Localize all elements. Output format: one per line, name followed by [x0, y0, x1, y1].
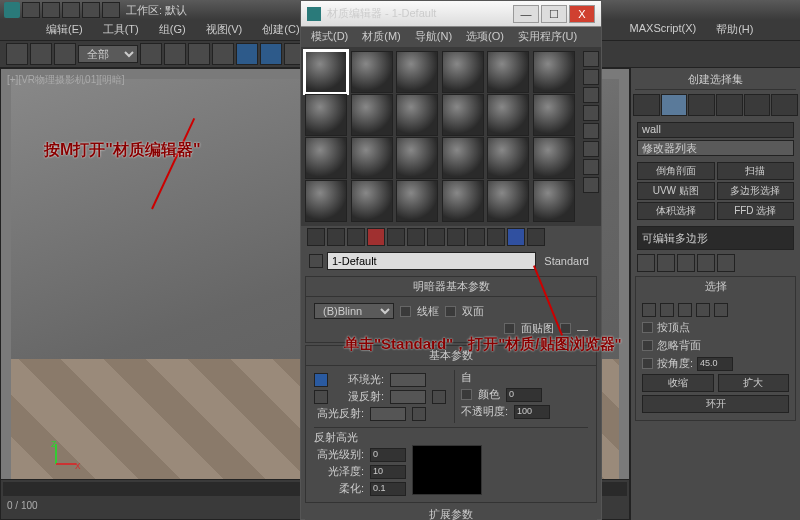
extended-rollout-header[interactable]: 扩展参数	[305, 505, 597, 520]
select-region-button[interactable]	[188, 43, 210, 65]
material-slot[interactable]	[351, 137, 393, 179]
pick-material-icon[interactable]	[309, 254, 323, 268]
select-button[interactable]	[140, 43, 162, 65]
material-name-field[interactable]	[327, 252, 536, 270]
material-slot[interactable]	[442, 180, 484, 222]
specular-level-spinner[interactable]: 0	[370, 448, 406, 462]
material-slot[interactable]	[442, 94, 484, 136]
material-type-button[interactable]: Standard	[540, 255, 593, 267]
display-tab[interactable]	[744, 94, 771, 116]
background-icon[interactable]	[583, 87, 599, 103]
put-to-scene-button[interactable]	[327, 228, 345, 246]
material-editor-titlebar[interactable]: 材质编辑器 - 1-Default — ☐ X	[301, 1, 601, 27]
configure-button[interactable]	[717, 254, 735, 272]
diffuse-map-button[interactable]	[432, 390, 446, 404]
material-slot[interactable]	[487, 94, 529, 136]
material-slot[interactable]	[442, 51, 484, 93]
menu-edit[interactable]: 编辑(E)	[40, 20, 89, 40]
menu-tools[interactable]: 工具(T)	[97, 20, 145, 40]
stack-item[interactable]: 可编辑多边形	[642, 232, 708, 244]
material-slot[interactable]	[396, 137, 438, 179]
hierarchy-tab[interactable]	[688, 94, 715, 116]
show-end-button[interactable]	[657, 254, 675, 272]
remove-mod-button[interactable]	[697, 254, 715, 272]
save-button[interactable]	[62, 2, 80, 18]
shader-combo[interactable]: (B)Blinn	[314, 303, 394, 319]
material-slot[interactable]	[533, 137, 575, 179]
move-button[interactable]	[236, 43, 258, 65]
angle-spinner[interactable]: 45.0	[697, 357, 733, 371]
soften-spinner[interactable]: 0.1	[370, 482, 406, 496]
selfillum-color-checkbox[interactable]	[461, 389, 472, 400]
material-slot[interactable]	[487, 51, 529, 93]
copy-button[interactable]	[387, 228, 405, 246]
specular-color-swatch[interactable]	[370, 407, 406, 421]
material-slot[interactable]	[487, 137, 529, 179]
material-slot[interactable]	[533, 180, 575, 222]
viewport-label[interactable]: [+][VR物理摄影机01][明暗]	[7, 73, 125, 87]
unlink-button[interactable]	[30, 43, 52, 65]
show-map-button[interactable]	[467, 228, 485, 246]
material-slot[interactable]	[351, 51, 393, 93]
get-material-button[interactable]	[307, 228, 325, 246]
material-slot[interactable]	[396, 94, 438, 136]
unique-button[interactable]	[677, 254, 695, 272]
options-icon[interactable]	[583, 159, 599, 175]
sample-type-icon[interactable]	[583, 51, 599, 67]
mat-menu-options[interactable]: 选项(O)	[462, 29, 508, 45]
window-crossing-button[interactable]	[212, 43, 234, 65]
effects-button[interactable]	[447, 228, 465, 246]
assign-button[interactable]	[347, 228, 365, 246]
wire-checkbox[interactable]	[400, 306, 411, 317]
sub-border-button[interactable]: UVW 贴图	[637, 182, 715, 200]
selection-filter-combo[interactable]: 全部	[78, 45, 138, 63]
bind-button[interactable]	[54, 43, 76, 65]
motion-tab[interactable]	[716, 94, 743, 116]
select-name-button[interactable]	[164, 43, 186, 65]
shader-basic-rollout-header[interactable]: 明暗器基本参数	[306, 277, 596, 297]
redo-button[interactable]	[102, 2, 120, 18]
mat-menu-utilities[interactable]: 实用程序(U)	[514, 29, 581, 45]
mat-menu-material[interactable]: 材质(M)	[358, 29, 405, 45]
by-angle-checkbox[interactable]	[642, 358, 653, 369]
opacity-spinner[interactable]: 100	[514, 405, 550, 419]
minimize-button[interactable]: —	[513, 5, 539, 23]
material-slot[interactable]	[351, 94, 393, 136]
create-tab[interactable]	[633, 94, 660, 116]
menu-maxscript[interactable]: MAXScript(X)	[624, 20, 703, 40]
sub-vertex-button[interactable]: 倒角剖面	[637, 162, 715, 180]
material-slot[interactable]	[396, 51, 438, 93]
open-button[interactable]	[42, 2, 60, 18]
ignore-back-checkbox[interactable]	[642, 340, 653, 351]
menu-help[interactable]: 帮助(H)	[710, 20, 759, 40]
material-slot[interactable]	[533, 94, 575, 136]
material-slot[interactable]	[487, 180, 529, 222]
menu-views[interactable]: 视图(V)	[200, 20, 249, 40]
sub-ffd-button[interactable]: FFD 选择	[717, 202, 795, 220]
sub-element-button[interactable]: 体积选择	[637, 202, 715, 220]
selfillum-spinner[interactable]: 0	[506, 388, 542, 402]
specular-map-button[interactable]	[412, 407, 426, 421]
show-end-button[interactable]	[487, 228, 505, 246]
so-poly-icon[interactable]	[696, 303, 710, 317]
so-element-icon[interactable]	[714, 303, 728, 317]
uv-tiling-icon[interactable]	[583, 105, 599, 121]
modifier-list-combo[interactable]: 修改器列表	[637, 140, 794, 156]
selection-rollout-header[interactable]: 选择	[636, 277, 795, 296]
parent-button[interactable]	[507, 228, 525, 246]
material-slot[interactable]	[533, 51, 575, 93]
ambient-color-swatch[interactable]	[390, 373, 426, 387]
grow-button[interactable]: 扩大	[718, 374, 790, 392]
utilities-tab[interactable]	[771, 94, 798, 116]
sub-poly-button[interactable]: 多边形选择	[717, 182, 795, 200]
sibling-button[interactable]	[527, 228, 545, 246]
facemap-checkbox[interactable]	[504, 323, 515, 334]
twosided-checkbox[interactable]	[445, 306, 456, 317]
select-by-mat-icon[interactable]	[583, 177, 599, 193]
menu-create[interactable]: 创建(C)	[256, 20, 305, 40]
material-slot[interactable]	[305, 180, 347, 222]
material-slot[interactable]	[305, 94, 347, 136]
menu-group[interactable]: 组(G)	[153, 20, 192, 40]
undo-button[interactable]	[82, 2, 100, 18]
material-slot[interactable]	[442, 137, 484, 179]
